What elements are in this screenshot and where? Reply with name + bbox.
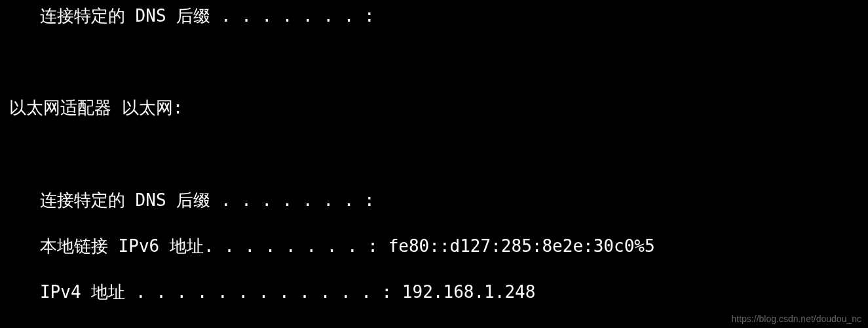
terminal-output: 连接特定的 DNS 后缀 . . . . . . . : 以太网适配器 以太网:… xyxy=(0,0,868,328)
ipv6-address-line: 本地链接 IPv6 地址. . . . . . . . : fe80::d127… xyxy=(9,235,868,258)
ipv4-address-line: IPv4 地址 . . . . . . . . . . . . : 192.16… xyxy=(9,281,868,304)
adapter-header: 以太网适配器 以太网: xyxy=(9,96,868,119)
partial-line: 连接特定的 DNS 后缀 . . . . . . . : xyxy=(9,5,868,28)
blank-line xyxy=(9,143,868,166)
blank-line xyxy=(9,51,868,73)
dns-suffix-line: 连接特定的 DNS 后缀 . . . . . . . : xyxy=(9,189,868,212)
watermark-text: https://blog.csdn.net/doudou_nc xyxy=(732,313,861,325)
